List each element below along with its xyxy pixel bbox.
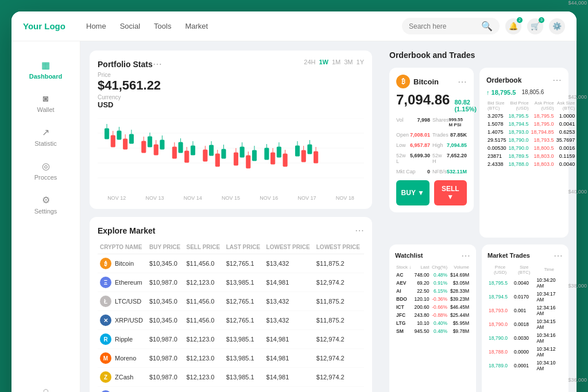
btc-trades: Trades87.85K (432, 131, 467, 139)
mt-price: 18,794.5 (488, 290, 513, 304)
market-last-price: $13,985.1 (224, 387, 264, 393)
btc-open: Open7,008.01 (396, 131, 430, 139)
market-lowest-price: $11,875.2 (314, 311, 364, 330)
search-input[interactable] (409, 22, 478, 30)
orderbook-menu[interactable]: ⋯ (552, 75, 562, 86)
ob-row: 1.407518,793.018,794.850.6253 (486, 128, 576, 136)
market-table-row[interactable]: ₿ Bitcoin $10,345.0 $11,456.0 $12,765.1 … (98, 254, 364, 273)
watchlist-menu[interactable]: ⋯ (461, 250, 470, 261)
market-sell-price: $11,456.0 (184, 311, 223, 330)
filter-1y[interactable]: 1Y (357, 59, 364, 65)
market-table-body: ₿ Bitcoin $10,345.0 $11,456.0 $12,765.1 … (98, 254, 364, 393)
svg-rect-26 (179, 142, 183, 153)
market-trades-row[interactable]: 18,789.0 0.0001 10:34:10 AM (488, 359, 563, 372)
btc-header: ₿ Bitcoin ⋯ (396, 75, 467, 88)
market-trades-row[interactable]: 18,793.0 0.001 12:34:16 AM (488, 304, 563, 317)
wl-col-vol: Volume (448, 263, 470, 271)
filter-1m[interactable]: 1M (332, 59, 341, 65)
market-sell-price: $11,456.0 (184, 292, 223, 311)
btc-change: 80.82 (1.15%) (454, 99, 477, 112)
market-low-price: $14,981 (264, 330, 314, 349)
sidebar-item-wallet[interactable]: ◙ Wallet (11, 87, 80, 120)
market-buy-price: $10,987.0 (147, 330, 184, 349)
logout-btn[interactable]: ⬡ Logout (11, 381, 80, 392)
market-trades-row[interactable]: 18,790.0 0.0018 10:34:15 AM (488, 317, 563, 331)
buy-button[interactable]: BUY ▼ (396, 180, 430, 205)
settings-icon: ⚙ (42, 195, 50, 205)
nav-social[interactable]: Social (120, 22, 140, 30)
svg-rect-54 (283, 154, 287, 166)
col-buy-price: BUY PRICE (147, 240, 184, 254)
currency-label: Currency (98, 94, 162, 100)
market-trades-row[interactable]: 18,795.5 0.0040 10:34:20 AM (488, 276, 563, 290)
watchlist-row[interactable]: AC 748.00 0.48% $14.69M (395, 271, 470, 279)
wl-chg: -0.36% (430, 295, 448, 303)
market-table-row[interactable]: ✕ XRP/USD $10,345.0 $11,456.0 $12,765.1 … (98, 311, 364, 330)
watchlist-row[interactable]: LTG 10.10 0.40% $5.95M (395, 319, 470, 327)
market-table-row[interactable]: R Ripple $10,987.0 $12,123.0 $13,985.1 $… (98, 330, 364, 349)
nav-right: 🔍 🔔2 🛒3 ⚙️ (402, 18, 565, 34)
ob-row: 2387118,789.518,803.00.1159 (486, 152, 576, 160)
svg-rect-48 (265, 148, 269, 160)
filter-1w[interactable]: 1W (319, 59, 328, 65)
sidebar-item-process[interactable]: ◎ Procces (11, 154, 80, 188)
btc-stats-grid: Vol7,998 Shares999.55 M PSI Open7,008.01… (396, 116, 467, 176)
mt-time: 10:34:16 AM (535, 331, 563, 345)
sidebar-item-statistic[interactable]: ↗ Statistic (11, 120, 80, 154)
wl-volume: $46.45M (448, 303, 470, 311)
mt-size: 0.0030 (513, 331, 535, 345)
svg-rect-42 (240, 147, 244, 157)
market-buy-price: $10,987.0 (147, 273, 184, 292)
svg-rect-16 (142, 141, 146, 153)
market-table-row[interactable]: Z ZCash $10,987.0 $12,123.0 $13,985.1 $1… (98, 368, 364, 387)
sidebar-label-process: Procces (34, 174, 57, 181)
wl-last: 243.80 (413, 311, 431, 319)
svg-rect-38 (222, 149, 226, 158)
wl-last: 120.10 (413, 295, 431, 303)
mt-price: 18,790.0 (488, 331, 513, 345)
btc-vol: Vol7,998 (396, 116, 430, 129)
watchlist-row[interactable]: BDO 120.10 -0.36% $39.23M (395, 295, 470, 303)
explore-market-menu[interactable]: ⋯ (355, 225, 364, 236)
market-buy-price: $10,987.0 (147, 387, 184, 393)
sidebar-item-settings[interactable]: ⚙ Settings (11, 188, 80, 222)
market-table-row[interactable]: M Moreno $10,987.0 $12,123.0 $13,985.1 $… (98, 349, 364, 368)
market-crypto-name: Ł LTC/USD (98, 292, 147, 311)
nav-home[interactable]: Home (86, 22, 106, 30)
portfolio-menu[interactable]: ⋯ (153, 59, 162, 69)
filter-24h[interactable]: 24H (304, 59, 315, 65)
btc-mktcap: Mkt Cap0 (396, 168, 430, 176)
market-table-row[interactable]: Ξ Ethereum $10,987.0 $12,123.0 $13,985.1… (98, 387, 364, 393)
market-trades-menu[interactable]: ⋯ (554, 250, 563, 261)
btc-menu[interactable]: ⋯ (458, 76, 467, 87)
market-table-row[interactable]: Ł LTC/USD $10,345.0 $11,456.0 $12,765.1 … (98, 292, 364, 311)
market-trades-row[interactable]: 18,790.0 0.0030 10:34:16 AM (488, 331, 563, 345)
filter-3m[interactable]: 3M (344, 59, 353, 65)
orderbook-table: Bid Size(BTC) Bid Price(USD) Ask Price(U… (486, 99, 576, 168)
ob-row: 29.517518,790.018,793.535.7697 (486, 136, 576, 144)
market-crypto-name: M Moreno (98, 349, 147, 368)
search-box[interactable]: 🔍 (402, 18, 500, 34)
market-buy-price: $10,345.0 (147, 292, 184, 311)
settings-btn[interactable]: ⚙️ (549, 18, 565, 34)
wl-volume: $9.78M (448, 327, 470, 335)
watchlist-row[interactable]: SM 945.50 0.48% $9.78M (395, 327, 470, 335)
watchlist-row[interactable]: ICT 200.60 -0.66% $46.45M (395, 303, 470, 311)
svg-rect-62 (314, 152, 318, 163)
watchlist-row[interactable]: AEV 69.20 0.91% $3.05M (395, 279, 470, 287)
cart-btn[interactable]: 🛒3 (527, 18, 543, 34)
market-trades-row[interactable]: 18,788.0 0.0000 10:34:12 AM (488, 345, 563, 359)
market-table-row[interactable]: Ξ Ethereum $10,987.0 $12,123.0 $13,985.1… (98, 273, 364, 292)
wallet-icon: ◙ (43, 94, 49, 104)
wl-volume: $28.33M (448, 287, 470, 295)
market-low-price: $13,432 (264, 292, 314, 311)
watchlist-row[interactable]: AI 22.50 6.15% $28.33M (395, 287, 470, 295)
watchlist-row[interactable]: JFC 243.80 -0.88% $25.44M (395, 311, 470, 319)
nav-market[interactable]: Market (185, 22, 208, 30)
sell-button[interactable]: SELL ▼ (434, 180, 467, 205)
sidebar-item-dashboard[interactable]: ▦ Dashboard (11, 53, 80, 87)
notification-btn[interactable]: 🔔2 (505, 18, 521, 34)
svg-rect-58 (301, 150, 305, 162)
market-trades-row[interactable]: 18,794.5 0.0170 10:34:17 AM (488, 290, 563, 304)
nav-tools[interactable]: Tools (154, 22, 171, 30)
